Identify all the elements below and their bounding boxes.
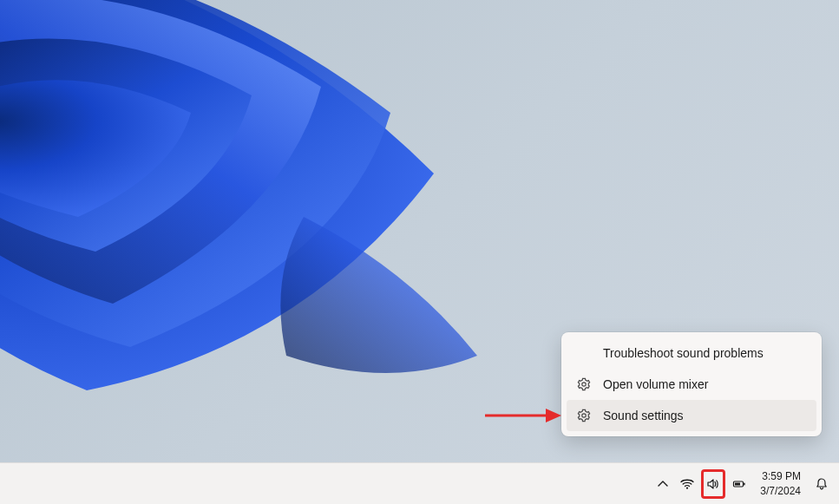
gear-icon — [577, 409, 591, 422]
svg-rect-5 — [735, 482, 740, 485]
battery-button[interactable] — [729, 467, 750, 501]
volume-icon — [706, 477, 720, 491]
menu-item-label: Open volume mixer — [603, 377, 708, 391]
taskbar-clock[interactable]: 3:59 PM 3/7/2024 — [753, 467, 808, 501]
svg-rect-4 — [744, 482, 744, 485]
menu-item-troubleshoot[interactable]: Troubleshoot sound problems — [567, 337, 816, 369]
menu-item-label: Troubleshoot sound problems — [603, 346, 764, 360]
svg-point-2 — [686, 487, 688, 488]
menu-item-volume-mixer[interactable]: Open volume mixer — [567, 369, 816, 400]
taskbar: 3:59 PM 3/7/2024 — [0, 462, 839, 504]
clock-time: 3:59 PM — [762, 469, 801, 483]
bell-icon — [815, 477, 829, 491]
wallpaper-bloom — [0, 0, 564, 462]
battery-icon — [732, 477, 746, 491]
menu-item-label: Sound settings — [603, 409, 684, 422]
desktop: Troubleshoot sound problems Open volume … — [0, 0, 839, 504]
system-tray: 3:59 PM 3/7/2024 — [652, 467, 832, 501]
menu-item-sound-settings[interactable]: Sound settings — [567, 400, 816, 431]
notifications-button[interactable] — [811, 467, 832, 501]
sound-context-menu: Troubleshoot sound problems Open volume … — [561, 332, 822, 436]
wifi-button[interactable] — [677, 467, 698, 501]
tray-overflow-button[interactable] — [652, 467, 673, 501]
volume-button[interactable] — [701, 469, 725, 499]
clock-date: 3/7/2024 — [760, 484, 801, 498]
wifi-icon — [680, 477, 694, 491]
gear-icon — [577, 377, 591, 391]
chevron-up-icon — [656, 477, 670, 491]
